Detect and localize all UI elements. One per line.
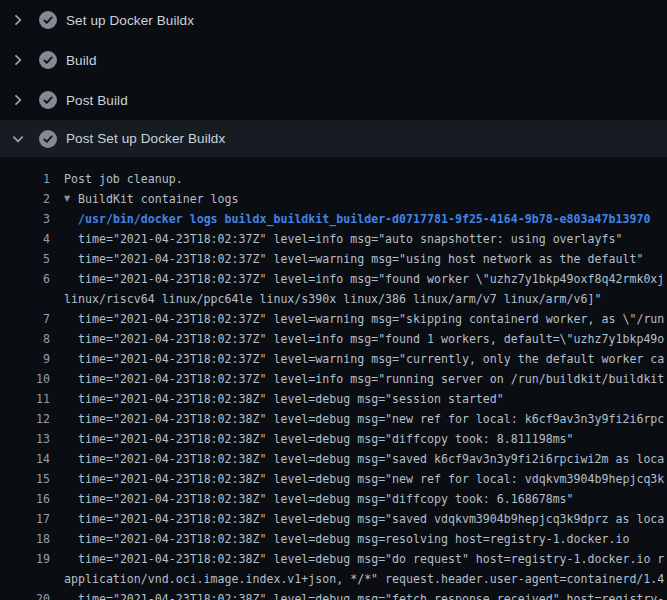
log-line: 10 time="2021-04-23T18:02:37Z" level=inf… bbox=[0, 369, 667, 389]
log-line-text: time="2021-04-23T18:02:37Z" level=info m… bbox=[78, 229, 622, 249]
step-row[interactable]: Post Build bbox=[0, 80, 667, 120]
log-line-text: time="2021-04-23T18:02:37Z" level=warnin… bbox=[78, 309, 664, 329]
log-line-text: Post job cleanup. bbox=[64, 169, 183, 189]
log-line-text: time="2021-04-23T18:02:38Z" level=debug … bbox=[78, 529, 629, 549]
log-line-number[interactable]: 8 bbox=[0, 329, 50, 349]
log-line-number[interactable]: 17 bbox=[0, 509, 50, 529]
check-circle-icon bbox=[39, 51, 57, 69]
log-line-number[interactable]: 12 bbox=[0, 409, 50, 429]
triangle-down-icon[interactable]: ▼ bbox=[64, 189, 74, 209]
log-line: 19 time="2021-04-23T18:02:38Z" level=deb… bbox=[0, 549, 667, 569]
check-circle-icon bbox=[39, 130, 57, 148]
log-line-text: time="2021-04-23T18:02:38Z" level=debug … bbox=[78, 509, 664, 529]
log-line: 7 time="2021-04-23T18:02:37Z" level=warn… bbox=[0, 309, 667, 329]
log-line-number[interactable]: 15 bbox=[0, 469, 50, 489]
log-line-number[interactable]: 3 bbox=[0, 209, 50, 229]
step-row[interactable]: Build bbox=[0, 40, 667, 80]
log-line-number[interactable]: 6 bbox=[0, 269, 50, 289]
steps-list: Set up Docker Buildx Build bbox=[0, 0, 667, 157]
log-line-number[interactable]: 1 bbox=[0, 169, 50, 189]
log-line-number[interactable]: 5 bbox=[0, 249, 50, 269]
log-line: 13 time="2021-04-23T18:02:38Z" level=deb… bbox=[0, 429, 667, 449]
log-line: linux/riscv64 linux/ppc64le linux/s390x … bbox=[0, 289, 667, 309]
check-circle-icon bbox=[39, 11, 57, 29]
log-line-number[interactable]: 20 bbox=[0, 589, 50, 600]
log-line-text: time="2021-04-23T18:02:38Z" level=debug … bbox=[78, 589, 664, 600]
log-line-text: time="2021-04-23T18:02:38Z" level=debug … bbox=[78, 549, 664, 569]
log-line-text: time="2021-04-23T18:02:38Z" level=debug … bbox=[78, 429, 574, 449]
chevron-icon bbox=[11, 13, 24, 27]
log-area: 1 Post job cleanup. 2 ▼ BuildKit contain… bbox=[0, 157, 667, 600]
log-line-number[interactable]: 14 bbox=[0, 449, 50, 469]
step-label: Post Build bbox=[66, 93, 128, 108]
log-line-text: time="2021-04-23T18:02:38Z" level=debug … bbox=[78, 409, 664, 429]
workflow-log-viewer: Set up Docker Buildx Build bbox=[0, 0, 667, 600]
log-line-text: application/vnd.oci.image.index.v1+json,… bbox=[64, 569, 664, 589]
step-label: Build bbox=[66, 53, 97, 68]
log-line-number[interactable]: 2 bbox=[0, 189, 50, 209]
log-line-text: BuildKit container logs bbox=[78, 189, 239, 209]
log-line-number[interactable]: 19 bbox=[0, 549, 50, 569]
log-line: 3 /usr/bin/docker logs buildx_buildkit_b… bbox=[0, 209, 667, 229]
log-line: 16 time="2021-04-23T18:02:38Z" level=deb… bbox=[0, 489, 667, 509]
step-label: Post Set up Docker Buildx bbox=[66, 131, 225, 146]
log-line-number[interactable]: 18 bbox=[0, 529, 50, 549]
log-line: 8 time="2021-04-23T18:02:37Z" level=info… bbox=[0, 329, 667, 349]
log-line: 6 time="2021-04-23T18:02:37Z" level=info… bbox=[0, 269, 667, 289]
log-line-text: time="2021-04-23T18:02:38Z" level=debug … bbox=[78, 489, 574, 509]
log-line-number[interactable]: 11 bbox=[0, 389, 50, 409]
log-line-text: time="2021-04-23T18:02:38Z" level=debug … bbox=[78, 389, 504, 409]
log-line-number[interactable]: 16 bbox=[0, 489, 50, 509]
log-line-number[interactable]: 10 bbox=[0, 369, 50, 389]
log-line: 20 time="2021-04-23T18:02:38Z" level=deb… bbox=[0, 589, 667, 600]
log-line: 11 time="2021-04-23T18:02:38Z" level=deb… bbox=[0, 389, 667, 409]
log-line-text: time="2021-04-23T18:02:38Z" level=debug … bbox=[78, 449, 664, 469]
log-line-text: /usr/bin/docker logs buildx_buildkit_bui… bbox=[78, 209, 650, 229]
step-row[interactable]: Post Set up Docker Buildx bbox=[0, 120, 667, 157]
log-line[interactable]: 2 ▼ BuildKit container logs bbox=[0, 189, 667, 209]
log-line: 9 time="2021-04-23T18:02:37Z" level=warn… bbox=[0, 349, 667, 369]
log-line-text: time="2021-04-23T18:02:37Z" level=info m… bbox=[78, 269, 664, 289]
log-line-text: time="2021-04-23T18:02:37Z" level=warnin… bbox=[78, 349, 664, 369]
log-line: 15 time="2021-04-23T18:02:38Z" level=deb… bbox=[0, 469, 667, 489]
log-line-number[interactable] bbox=[0, 569, 50, 589]
log-line: 18 time="2021-04-23T18:02:38Z" level=deb… bbox=[0, 529, 667, 549]
log-line-text: time="2021-04-23T18:02:37Z" level=info m… bbox=[78, 329, 664, 349]
log-line-text: time="2021-04-23T18:02:37Z" level=warnin… bbox=[78, 249, 643, 269]
log-line-number[interactable]: 13 bbox=[0, 429, 50, 449]
chevron-icon bbox=[11, 132, 24, 146]
log-line: 5 time="2021-04-23T18:02:37Z" level=warn… bbox=[0, 249, 667, 269]
log-line-number[interactable] bbox=[0, 289, 50, 309]
log-line: 14 time="2021-04-23T18:02:38Z" level=deb… bbox=[0, 449, 667, 469]
log-line-text: time="2021-04-23T18:02:38Z" level=debug … bbox=[78, 469, 664, 489]
log-line-number[interactable]: 7 bbox=[0, 309, 50, 329]
step-label: Set up Docker Buildx bbox=[66, 13, 194, 28]
chevron-icon bbox=[11, 53, 24, 67]
step-row[interactable]: Set up Docker Buildx bbox=[0, 0, 667, 40]
log-line: application/vnd.oci.image.index.v1+json,… bbox=[0, 569, 667, 589]
log-line: 1 Post job cleanup. bbox=[0, 169, 667, 189]
check-circle-icon bbox=[39, 91, 57, 109]
log-line-text: time="2021-04-23T18:02:37Z" level=info m… bbox=[78, 369, 664, 389]
log-line: 12 time="2021-04-23T18:02:38Z" level=deb… bbox=[0, 409, 667, 429]
log-line: 4 time="2021-04-23T18:02:37Z" level=info… bbox=[0, 229, 667, 249]
log-line: 17 time="2021-04-23T18:02:38Z" level=deb… bbox=[0, 509, 667, 529]
log-line-text: linux/riscv64 linux/ppc64le linux/s390x … bbox=[64, 289, 601, 309]
chevron-icon bbox=[11, 93, 24, 107]
log-line-number[interactable]: 9 bbox=[0, 349, 50, 369]
log-line-number[interactable]: 4 bbox=[0, 229, 50, 249]
